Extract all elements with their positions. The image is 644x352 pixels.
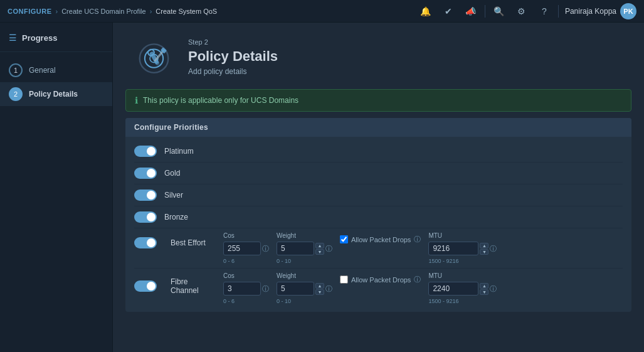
weight-info-icon-fibre-channel[interactable]: ⓘ <box>325 284 332 294</box>
weight-info-icon-best-effort[interactable]: ⓘ <box>325 244 332 253</box>
sidebar-step-1[interactable]: 1 General <box>0 58 112 82</box>
weight-input-wrap-best-effort: ▲ ▼ ⓘ <box>277 242 332 255</box>
priority-label-silver: Silver <box>164 191 221 200</box>
weight-group-best-effort: Weight ▲ ▼ ⓘ 0 - 10 <box>277 232 332 264</box>
priority-row-silver: Silver <box>134 184 623 206</box>
top-nav-icons: 🔔 ✔ 📣 🔍 ⚙ ? Paniraja Koppa PK <box>416 3 636 20</box>
toggle-best-effort[interactable] <box>134 237 157 248</box>
weight-input-fibre-channel[interactable] <box>277 282 314 296</box>
priority-label-best-effort: Best Effort <box>171 238 216 247</box>
toggle-fibre-channel[interactable] <box>134 280 157 292</box>
content-area: Step 2 Policy Details Add policy details… <box>113 23 644 352</box>
step-meta: Step 2 Policy Details Add policy details <box>188 38 278 76</box>
mtu-input-best-effort[interactable] <box>428 242 478 255</box>
allow-drops-checkbox-fibre-channel[interactable] <box>340 275 348 284</box>
cos-range-best-effort: 0 - 6 <box>223 258 269 264</box>
allow-drops-info-best-effort[interactable]: ⓘ <box>414 235 421 244</box>
sidebar-step-2[interactable]: 2 Policy Details <box>0 82 112 106</box>
breadcrumb-2: Create System QoS <box>156 8 217 15</box>
weight-up-fibre-channel[interactable]: ▲ <box>315 283 324 289</box>
main-layout: ☰ Progress 1 General 2 Policy Details <box>0 23 644 352</box>
step-header: Step 2 Policy Details Add policy details <box>113 23 644 89</box>
mtu-up-best-effort[interactable]: ▲ <box>480 243 488 248</box>
mtu-info-icon-fibre-channel[interactable]: ⓘ <box>490 284 497 294</box>
cos-input-wrap-best-effort: ⓘ <box>223 242 269 255</box>
priority-label-fibre-channel: Fibre Channel <box>171 277 216 295</box>
step-title: Policy Details <box>188 48 278 65</box>
settings-button[interactable]: ⚙ <box>512 3 532 20</box>
alert-message: This policy is applicable only for UCS D… <box>143 96 298 105</box>
weight-up-best-effort[interactable]: ▲ <box>315 243 324 248</box>
priority-label-platinum: Platinum <box>164 147 221 156</box>
cos-input-wrap-fibre-channel: ⓘ <box>223 282 269 296</box>
mtu-spinner-best-effort: ▲ ▼ <box>480 243 488 255</box>
breadcrumb-sep-2: › <box>150 8 152 15</box>
tasks-button[interactable]: ✔ <box>438 3 458 20</box>
weight-down-best-effort[interactable]: ▼ <box>315 249 324 255</box>
allow-drops-row-fibre-channel: Allow Packet Drops ⓘ <box>340 275 421 284</box>
weight-spinner-fibre-channel: ▲ ▼ <box>315 283 324 295</box>
allow-drops-group-fibre-channel: Allow Packet Drops ⓘ <box>340 272 421 284</box>
search-button[interactable]: 🔍 <box>489 3 509 20</box>
policy-details-icon <box>134 37 174 78</box>
nav-divider-1 <box>485 5 485 18</box>
mtu-up-fibre-channel[interactable]: ▲ <box>480 283 488 289</box>
mtu-input-fibre-channel[interactable] <box>428 282 478 296</box>
priority-row-bronze: Bronze <box>134 206 623 228</box>
configure-priorities-section: Configure Priorities Platinum Gold Silve… <box>125 118 631 312</box>
progress-icon: ☰ <box>9 33 17 43</box>
cos-range-fibre-channel: 0 - 6 <box>223 298 269 304</box>
alert-icon: ℹ <box>135 95 138 105</box>
mtu-info-icon-best-effort[interactable]: ⓘ <box>490 244 497 253</box>
weight-group-fibre-channel: Weight ▲ ▼ ⓘ 0 - 10 <box>277 272 332 304</box>
top-nav: CONFIGURE › Create UCS Domain Profile › … <box>0 0 644 23</box>
step-num: Step 2 <box>188 38 278 46</box>
mtu-range-fibre-channel: 1500 - 9216 <box>428 298 497 304</box>
announcements-button[interactable]: 📣 <box>461 3 481 20</box>
cos-group-fibre-channel: Cos ⓘ 0 - 6 <box>223 272 269 304</box>
weight-input-wrap-fibre-channel: ▲ ▼ ⓘ <box>277 282 332 296</box>
mtu-label-best-effort: MTU <box>428 232 497 239</box>
notifications-button[interactable]: 🔔 <box>416 3 436 20</box>
breadcrumb-1[interactable]: Create UCS Domain Profile <box>61 8 146 15</box>
user-area[interactable]: Paniraja Koppa PK <box>565 3 636 19</box>
mtu-input-wrap-fibre-channel: ▲ ▼ ⓘ <box>428 282 497 296</box>
toggle-bronze[interactable] <box>134 211 157 223</box>
priority-row-gold: Gold <box>134 163 623 184</box>
sidebar: ☰ Progress 1 General 2 Policy Details <box>0 23 113 352</box>
allow-drops-row-best-effort: Allow Packet Drops ⓘ <box>340 235 421 244</box>
cos-info-icon-best-effort[interactable]: ⓘ <box>262 244 269 253</box>
cos-input-best-effort[interactable] <box>223 242 261 255</box>
toggle-label-best-effort: Best Effort <box>134 232 216 248</box>
step-label-1: General <box>29 66 56 75</box>
step-circle-2: 2 <box>9 87 23 101</box>
weight-range-best-effort: 0 - 10 <box>277 258 332 264</box>
mtu-spinner-fibre-channel: ▲ ▼ <box>480 283 488 295</box>
cos-input-fibre-channel[interactable] <box>223 282 261 296</box>
mtu-group-best-effort: MTU ▲ ▼ ⓘ 1500 - 9216 <box>428 232 497 264</box>
help-button[interactable]: ? <box>534 3 554 20</box>
cos-label-fibre-channel: Cos <box>223 272 269 279</box>
weight-input-best-effort[interactable] <box>277 242 314 255</box>
configure-link[interactable]: CONFIGURE <box>8 8 52 15</box>
toggle-silver[interactable] <box>134 189 157 201</box>
alert-bar: ℹ This policy is applicable only for UCS… <box>125 89 631 112</box>
step-icon-wrap <box>132 35 176 79</box>
cos-group-best-effort: Cos ⓘ 0 - 6 <box>223 232 269 264</box>
allow-drops-checkbox-best-effort[interactable] <box>340 235 348 243</box>
toggle-gold[interactable] <box>134 168 157 179</box>
mtu-group-fibre-channel: MTU ▲ ▼ ⓘ 1500 - 9216 <box>428 272 497 304</box>
step-circle-1: 1 <box>9 63 23 77</box>
weight-label-best-effort: Weight <box>277 232 332 239</box>
cos-info-icon-fibre-channel[interactable]: ⓘ <box>262 284 269 294</box>
breadcrumb-sep-1: › <box>56 8 58 15</box>
allow-drops-info-fibre-channel[interactable]: ⓘ <box>414 275 421 284</box>
mtu-down-best-effort[interactable]: ▼ <box>480 249 488 255</box>
priority-label-gold: Gold <box>164 169 221 178</box>
priority-label-bronze: Bronze <box>164 213 221 221</box>
sidebar-steps: 1 General 2 Policy Details <box>0 52 112 112</box>
toggle-platinum[interactable] <box>134 146 157 157</box>
step-description: Add policy details <box>188 67 278 76</box>
weight-down-fibre-channel[interactable]: ▼ <box>315 289 324 295</box>
mtu-down-fibre-channel[interactable]: ▼ <box>480 289 488 295</box>
